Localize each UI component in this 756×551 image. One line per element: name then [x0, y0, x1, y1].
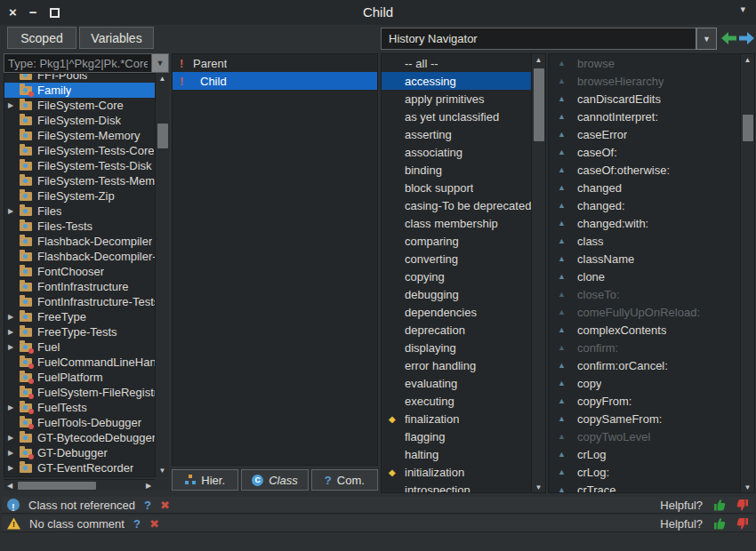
- protocol-item[interactable]: ◆ dependencies: [382, 303, 533, 321]
- package-item[interactable]: ▶ FuelCommandLineHandler: [4, 355, 168, 370]
- hierarchy-button[interactable]: Hier.: [172, 469, 238, 491]
- package-item[interactable]: ▶ FileSystem-Zip: [4, 188, 168, 204]
- scrollbar-thumb[interactable]: [157, 124, 168, 148]
- package-item[interactable]: ▶ GT-EventRecorder: [4, 460, 168, 475]
- protocol-item[interactable]: ◆ debugging: [382, 285, 533, 303]
- method-item[interactable]: ▲ browseHierarchy: [549, 72, 742, 90]
- package-item[interactable]: ▶ Files-Tests: [4, 219, 168, 234]
- comment-button[interactable]: ? Com.: [311, 469, 378, 491]
- expand-arrow-icon[interactable]: ▶: [8, 464, 20, 472]
- method-item[interactable]: ▲ caseOf:: [549, 143, 742, 161]
- protocol-item[interactable]: ◆ comparing: [382, 232, 533, 250]
- expand-arrow-icon[interactable]: ▶: [8, 449, 20, 457]
- method-item[interactable]: ▲ copyFrom:: [549, 392, 742, 410]
- protocol-item[interactable]: ◆ executing: [382, 392, 533, 410]
- class-side-button[interactable]: C Class: [241, 469, 308, 491]
- protocol-item[interactable]: ◆ introspection: [382, 481, 533, 493]
- method-item[interactable]: ▲ copySameFrom:: [549, 410, 742, 427]
- protocol-item[interactable]: ◆ displaying: [382, 339, 533, 356]
- protocol-item[interactable]: ◆ class membership: [382, 214, 533, 232]
- method-item[interactable]: ▲ changed:with:: [549, 214, 742, 232]
- method-item[interactable]: ▲ copy: [549, 374, 742, 392]
- scroll-up-icon[interactable]: ▲: [156, 73, 169, 85]
- package-item[interactable]: ▶ FuelTools-Debugger: [4, 415, 168, 430]
- protocol-item[interactable]: ◆ initialization: [382, 463, 533, 481]
- method-item[interactable]: ▲ cannotInterpret:: [549, 108, 742, 125]
- history-navigator-dropdown[interactable]: History Navigator ▼: [381, 28, 717, 50]
- protocol-item[interactable]: ◆ casing-To be deprecated: [382, 196, 533, 214]
- method-item[interactable]: ▲ confirm:orCancel:: [549, 356, 742, 374]
- package-item[interactable]: ▶ FFI-Pools: [4, 73, 168, 83]
- method-item[interactable]: ▲ comeFullyUpOnReload:: [549, 303, 742, 321]
- expand-arrow-icon[interactable]: ▶: [8, 434, 20, 442]
- package-item[interactable]: ▶ FontInfrastructure-Tests: [4, 294, 168, 309]
- package-item[interactable]: ▶ GT-Debugger: [4, 445, 168, 460]
- protocol-item[interactable]: ◆ error handling: [382, 356, 533, 374]
- expand-arrow-icon[interactable]: ▶: [8, 207, 20, 215]
- thumbs-up-icon[interactable]: [713, 499, 726, 511]
- scroll-up-icon[interactable]: ▲: [532, 54, 545, 67]
- thumbs-down-icon[interactable]: [736, 499, 749, 511]
- protocol-vertical-scrollbar[interactable]: ▲ ▼: [531, 54, 545, 493]
- package-item[interactable]: ▶ Fuel: [4, 339, 168, 355]
- scrollbar-thumb[interactable]: [743, 115, 753, 141]
- filter-dropdown-icon[interactable]: ▼: [152, 53, 169, 73]
- scroll-down-icon[interactable]: ▼: [532, 482, 545, 493]
- thumbs-down-icon[interactable]: [736, 517, 749, 530]
- scroll-left-icon[interactable]: ◀: [4, 480, 16, 491]
- expand-arrow-icon[interactable]: ▶: [8, 101, 20, 109]
- package-item[interactable]: ▶ FileSystem-Tests-Core: [4, 143, 168, 158]
- class-item[interactable]: ! Child: [173, 72, 377, 90]
- method-item[interactable]: ▲ browse: [549, 54, 742, 72]
- method-item[interactable]: ▲ changed:: [549, 196, 742, 214]
- expand-arrow-icon[interactable]: ▶: [8, 328, 20, 336]
- dismiss-icon[interactable]: ✖: [149, 517, 159, 531]
- protocol-item[interactable]: ◆ apply primitives: [382, 90, 533, 108]
- method-item[interactable]: ▲ clone: [549, 268, 742, 285]
- package-item[interactable]: ▶ FileSystem-Tests-Memory: [4, 173, 168, 188]
- method-item[interactable]: ▲ class: [549, 232, 742, 250]
- thumbs-up-icon[interactable]: [713, 517, 726, 530]
- protocol-item[interactable]: ◆ associating: [382, 143, 533, 161]
- package-item[interactable]: ▶ FuelTests: [4, 400, 168, 415]
- protocol-item[interactable]: ◆ block support: [382, 179, 533, 196]
- method-vertical-scrollbar[interactable]: ▲ ▼: [740, 54, 754, 493]
- scroll-down-icon[interactable]: ▼: [156, 465, 169, 477]
- dropdown-arrow-icon[interactable]: ▼: [696, 28, 716, 49]
- method-item[interactable]: ▲ closeTo:: [549, 285, 742, 303]
- protocol-item[interactable]: ◆ -- all --: [382, 54, 533, 72]
- package-item[interactable]: ▶ FileSystem-Tests-Disk: [4, 158, 168, 173]
- package-vertical-scrollbar[interactable]: ▲ ▼: [155, 73, 169, 477]
- method-item[interactable]: ▲ caseError: [549, 125, 742, 143]
- protocol-item[interactable]: ◆ flagging: [382, 427, 533, 445]
- protocol-item[interactable]: ◆ copying: [382, 268, 533, 285]
- protocol-item[interactable]: ◆ halting: [382, 445, 533, 463]
- package-item[interactable]: ▶ FreeType-Tests: [4, 324, 168, 339]
- method-item[interactable]: ▲ crLog: [549, 445, 742, 463]
- package-item[interactable]: ▶ Flashback-Decompiler: [4, 234, 168, 249]
- protocol-item[interactable]: ◆ accessing: [382, 72, 533, 90]
- package-item[interactable]: ▶ Flashback-Decompiler-Tests: [4, 249, 168, 264]
- expand-arrow-icon[interactable]: ▶: [8, 403, 20, 411]
- package-horizontal-scrollbar[interactable]: ◀ ▶: [4, 479, 155, 491]
- window-menu-icon[interactable]: ▾: [740, 4, 745, 15]
- history-back-icon[interactable]: [721, 32, 736, 44]
- method-item[interactable]: ▲ copyTwoLevel: [549, 427, 742, 445]
- help-icon[interactable]: ?: [144, 499, 151, 512]
- expand-arrow-icon[interactable]: ▶: [8, 343, 20, 351]
- history-forward-icon[interactable]: [739, 32, 754, 44]
- scroll-up-icon[interactable]: ▲: [741, 54, 754, 67]
- method-item[interactable]: ▲ canDiscardEdits: [549, 90, 742, 108]
- scroll-right-icon[interactable]: ▶: [142, 480, 155, 491]
- class-item[interactable]: ! Parent: [173, 54, 377, 72]
- package-filter-input[interactable]: [4, 53, 152, 73]
- tab-scoped[interactable]: Scoped: [7, 27, 76, 49]
- method-item[interactable]: ▲ complexContents: [549, 321, 742, 339]
- package-item[interactable]: ▶ FileSystem-Core: [4, 98, 168, 113]
- tab-variables[interactable]: Variables: [79, 27, 154, 49]
- protocol-item[interactable]: ◆ binding: [382, 161, 533, 179]
- scroll-down-icon[interactable]: ▼: [741, 482, 754, 493]
- package-item[interactable]: ▶ FileSystem-Disk: [4, 113, 168, 128]
- package-item[interactable]: ▶ FuelPlatform: [4, 370, 168, 385]
- package-item[interactable]: ▶ FileSystem-Memory: [4, 128, 168, 143]
